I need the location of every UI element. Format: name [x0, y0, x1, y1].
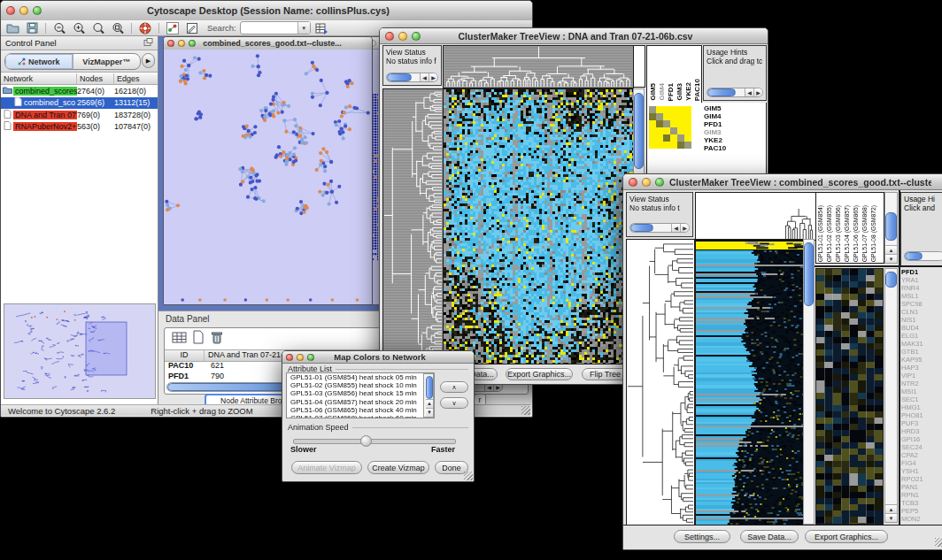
column-label[interactable]: GIM5	[649, 83, 657, 101]
column-label[interactable]: GPL51-08 (GSM872)	[870, 205, 877, 262]
gene-label[interactable]: PEP5	[901, 507, 942, 515]
scroll-right-icon[interactable]: ▶	[753, 88, 762, 96]
zoom-button[interactable]	[307, 354, 314, 361]
save-icon[interactable]	[24, 21, 40, 35]
tab-overflow-button[interactable]: ▶	[142, 53, 155, 68]
gene-label[interactable]: RPO21	[901, 475, 942, 483]
usage-hints-scrollbar[interactable]: ◀ ▶	[706, 88, 763, 97]
zoom-button[interactable]	[189, 40, 196, 47]
attribute-item[interactable]: GPL51-03 (GSM856) heat shock 15 min	[289, 389, 434, 397]
gene-label[interactable]: NIS1	[901, 316, 942, 324]
network-row-selected[interactable]: combined_sco 2569(6) 13112(15)	[1, 97, 158, 110]
scroll-up-icon[interactable]: ▲	[885, 245, 897, 254]
gene-label[interactable]: PFD1	[901, 268, 942, 276]
minimize-button[interactable]	[19, 6, 28, 15]
column-dendrogram[interactable]	[443, 45, 634, 88]
gene-label[interactable]: MON2	[901, 515, 942, 523]
combo-dropdown-icon[interactable]: ▼	[297, 22, 310, 34]
scrollbar-thumb[interactable]	[634, 93, 644, 169]
new-attribute-icon[interactable]	[192, 330, 205, 348]
usage-hints-scrollbar[interactable]	[904, 251, 942, 261]
network-table-header[interactable]: Network Nodes Edges	[1, 73, 158, 85]
gene-label[interactable]: BUD4	[901, 324, 942, 332]
minimize-button[interactable]	[178, 40, 185, 47]
gene-label[interactable]: KAP95	[901, 356, 942, 364]
animate-vizmap-button[interactable]: Animate Vizmap	[291, 461, 362, 474]
delete-attribute-icon[interactable]	[211, 330, 223, 348]
gene-label[interactable]: MSL1	[901, 292, 942, 300]
close-button[interactable]	[385, 32, 394, 41]
gene-label[interactable]: MSI1	[901, 387, 942, 395]
heatmap-vscrollbar[interactable]	[803, 239, 815, 525]
export-graphics-button[interactable]: Export Graphics...	[805, 530, 888, 543]
row-label[interactable]: PFD1	[704, 120, 726, 128]
scroll-down-icon[interactable]: ▼	[885, 513, 897, 522]
row-dendrogram[interactable]	[382, 88, 444, 365]
zoom-button[interactable]	[412, 32, 421, 41]
scroll-up-icon[interactable]: ▲	[885, 504, 897, 513]
row-label[interactable]: GIM4	[704, 112, 726, 120]
gene-label[interactable]: TCB3	[901, 499, 942, 507]
move-down-button[interactable]: ∨	[440, 397, 468, 409]
scrollbar-thumb[interactable]	[707, 88, 736, 96]
scroll-up-icon[interactable]: ▲	[426, 399, 433, 408]
resize-grip[interactable]	[521, 406, 530, 415]
dialog-titlebar[interactable]: Map Colors to Network	[282, 351, 474, 364]
gene-label[interactable]: CLN1	[901, 308, 942, 316]
gene-label[interactable]: PUF3	[901, 419, 942, 427]
detail-heatmap[interactable]	[815, 268, 884, 525]
column-label[interactable]: GPL51-02 (GSM855)	[826, 205, 833, 262]
column-label[interactable]: GPL51-04 (GSM857)	[844, 205, 851, 262]
row-label[interactable]: YKE2	[704, 136, 726, 144]
gene-label[interactable]: PAN1	[901, 483, 942, 491]
column-label[interactable]: PFD1	[667, 83, 675, 101]
gene-label[interactable]: PHO81	[901, 411, 942, 419]
scrollbar-thumb[interactable]	[905, 252, 923, 260]
scroll-down-icon[interactable]: ▼	[426, 408, 433, 417]
row-label[interactable]: GIM3	[704, 128, 726, 136]
row-label[interactable]: PAC10	[704, 144, 726, 152]
heatmap[interactable]	[443, 88, 634, 365]
resize-grip[interactable]	[935, 538, 942, 547]
attribute-item[interactable]: GPL51-02 (GSM855) heat shock 10 min	[289, 381, 434, 389]
help-lifesaver-icon[interactable]	[137, 21, 153, 35]
gene-label[interactable]: ELG1	[901, 332, 942, 340]
gene-label[interactable]: CPA2	[901, 451, 942, 459]
plugin-nodes-icon[interactable]	[165, 21, 181, 35]
search-input[interactable]: ▼	[240, 21, 311, 35]
gene-label[interactable]: FIG4	[901, 459, 942, 467]
network-view-window[interactable]: combined_scores_good.txt--cluste...	[163, 36, 373, 305]
scrollbar-thumb[interactable]	[885, 272, 897, 288]
scrollbar-thumb[interactable]	[804, 242, 814, 306]
animation-slider[interactable]	[293, 439, 456, 444]
zoom-button[interactable]	[655, 178, 664, 187]
gene-label[interactable]: GTB1	[901, 348, 942, 356]
gene-label[interactable]: HAP3	[901, 364, 942, 372]
gene-label[interactable]: YSH1	[901, 467, 942, 475]
attribute-item[interactable]: GPL51-04 (GSM857) heat shock 20 min	[289, 398, 434, 406]
tab-vizmapper[interactable]: VizMapper™	[73, 54, 141, 69]
move-up-button[interactable]: ∧	[440, 381, 468, 393]
attribute-item[interactable]: GPL51-06 (GSM865) heat shock 40 min	[289, 406, 434, 414]
gene-label[interactable]: SEC1	[901, 395, 942, 403]
minimize-button[interactable]	[398, 32, 407, 41]
column-label[interactable]: GPL51-07 (GSM868)	[861, 205, 869, 262]
view-status-scrollbar[interactable]: ◀ ▶	[386, 73, 438, 82]
close-button[interactable]	[167, 40, 174, 47]
attribute-list[interactable]: GPL51-01 (GSM854) heat shock 05 minGPL51…	[286, 372, 435, 418]
heatmap[interactable]	[695, 239, 804, 526]
open-icon[interactable]	[4, 21, 20, 35]
attribute-item[interactable]: GPL51-01 (GSM854) heat shock 05 min	[289, 373, 434, 381]
scroll-right-icon[interactable]: ▶	[680, 224, 689, 232]
column-label[interactable]: GPL51-03 (GSM856)	[835, 205, 842, 262]
gene-label[interactable]: SPC98	[901, 300, 942, 308]
scroll-left-icon[interactable]: ◀	[420, 73, 429, 81]
zoom-out-icon[interactable]	[51, 21, 67, 35]
scroll-right-icon[interactable]: ▶	[429, 73, 437, 81]
column-label[interactable]: PAC10	[693, 79, 701, 101]
zoom-in-icon[interactable]	[71, 21, 87, 35]
zoom-button[interactable]	[33, 6, 42, 15]
tab-network[interactable]: Network	[5, 54, 73, 69]
resize-grip[interactable]	[464, 472, 473, 480]
network-row-combined-scores[interactable]: combined_scores_ 2764(0) 16218(0)	[1, 85, 158, 97]
